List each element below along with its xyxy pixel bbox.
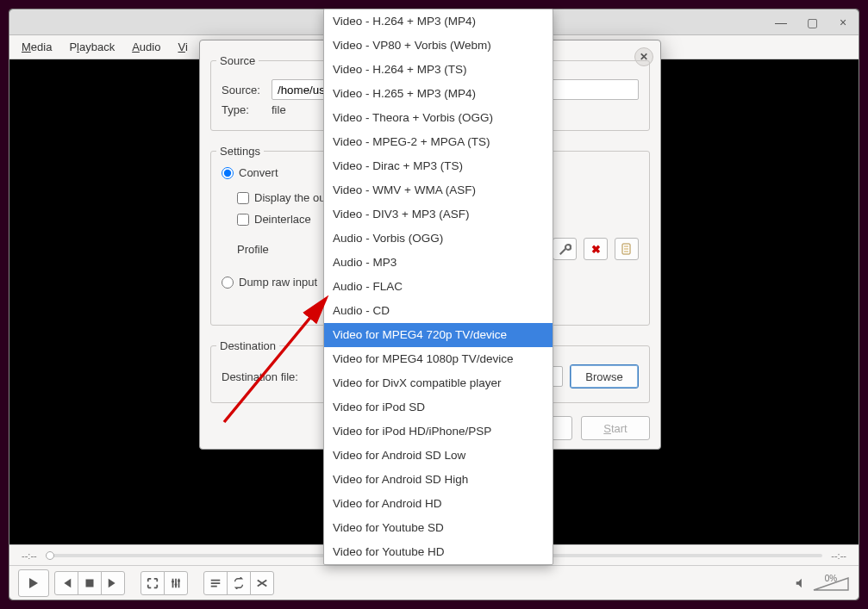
source-label: Source:: [222, 84, 265, 96]
time-elapsed: --:--: [22, 550, 37, 561]
time-remaining: --:--: [831, 550, 846, 561]
profile-delete-button[interactable]: ✖: [584, 238, 608, 260]
playlist-button[interactable]: [203, 571, 228, 595]
profile-option[interactable]: Video - H.264 + MP3 (TS): [324, 58, 553, 82]
profile-option[interactable]: Video for iPod SD: [324, 395, 553, 419]
destination-file-label: Destination file:: [222, 370, 298, 383]
profile-label: Profile: [237, 243, 280, 256]
profile-option[interactable]: Video for Android SD High: [324, 468, 553, 492]
deinterlace-input[interactable]: [237, 214, 249, 226]
profile-option[interactable]: Audio - FLAC: [324, 275, 553, 299]
profile-option[interactable]: Video for MPEG4 720p TV/device: [324, 323, 553, 347]
profile-option[interactable]: Video for DivX compatible player: [324, 371, 553, 395]
svg-point-3: [178, 579, 180, 581]
seek-thumb[interactable]: [46, 551, 54, 560]
display-output-input[interactable]: [237, 192, 249, 204]
profile-option[interactable]: Video for Youtube HD: [324, 540, 553, 564]
fullscreen-button[interactable]: [141, 571, 165, 595]
svg-rect-0: [86, 579, 94, 587]
profile-option[interactable]: Video - DIV3 + MP3 (ASF): [324, 202, 553, 227]
volume-slider[interactable]: [812, 575, 850, 592]
start-button[interactable]: SStarttart: [581, 416, 650, 440]
menu-video[interactable]: Vi: [171, 38, 194, 56]
profile-option[interactable]: Audio - MP3: [324, 251, 553, 275]
destination-legend: Destination: [216, 339, 279, 352]
profile-option[interactable]: Audio - Vorbis (OGG): [324, 227, 553, 251]
maximize-icon[interactable]: ▢: [805, 16, 819, 29]
profile-option[interactable]: Video - H.264 + MP3 (MP4): [324, 9, 553, 34]
settings-legend: Settings: [216, 145, 264, 158]
profile-option[interactable]: Video - Dirac + MP3 (TS): [324, 154, 553, 178]
profile-option[interactable]: Video - Theora + Vorbis (OGG): [324, 106, 553, 130]
profile-option[interactable]: Video - H.265 + MP3 (MP4): [324, 82, 553, 106]
profile-option[interactable]: Video for iPod HD/iPhone/PSP: [324, 419, 553, 444]
profile-option[interactable]: Video for Youtube SD: [324, 516, 553, 540]
browse-button[interactable]: Browse: [570, 364, 639, 388]
type-value: file: [272, 103, 286, 116]
convert-radio-label: Convert: [239, 166, 278, 179]
controlbar: 0%: [9, 565, 859, 600]
dump-raw-input[interactable]: [222, 277, 234, 289]
menu-playback[interactable]: Playback: [62, 38, 122, 56]
shuffle-button[interactable]: [250, 571, 274, 595]
profile-option[interactable]: Video - WMV + WMA (ASF): [324, 178, 553, 202]
next-button[interactable]: [101, 571, 125, 595]
profile-new-button[interactable]: [615, 238, 639, 260]
type-label: Type:: [222, 103, 265, 116]
menu-media[interactable]: Media: [15, 38, 59, 56]
convert-radio-input[interactable]: [222, 167, 234, 179]
stop-button[interactable]: [78, 571, 102, 595]
extended-settings-button[interactable]: [164, 571, 188, 595]
profile-option[interactable]: Video for Android SD Low: [324, 444, 553, 468]
speaker-icon: [795, 577, 807, 589]
profile-option[interactable]: Audio - CD: [324, 299, 553, 323]
loop-button[interactable]: [227, 571, 251, 595]
svg-point-1: [172, 580, 174, 582]
x-red-icon: ✖: [591, 243, 601, 256]
profile-dropdown[interactable]: Video - H.264 + MP3 (MP4)Video - VP80 + …: [323, 9, 553, 565]
prev-button[interactable]: [54, 571, 78, 595]
profile-option[interactable]: Video for MPEG4 1080p TV/device: [324, 347, 553, 371]
profile-option[interactable]: Video - MPEG-2 + MPGA (TS): [324, 130, 553, 154]
svg-point-2: [175, 583, 178, 586]
profile-edit-button[interactable]: [553, 238, 577, 260]
deinterlace-label: Deinterlace: [254, 213, 311, 226]
profile-option[interactable]: Video for Android HD: [324, 492, 553, 516]
window-close-icon[interactable]: ×: [836, 16, 850, 29]
source-legend: Source: [216, 54, 259, 67]
minimize-icon[interactable]: —: [774, 16, 788, 29]
display-output-label: Display the out: [254, 191, 328, 204]
dump-raw-label: Dump raw input: [239, 276, 317, 289]
play-button[interactable]: [18, 569, 49, 597]
profile-option[interactable]: Video - VP80 + Vorbis (Webm): [324, 34, 553, 58]
menu-audio[interactable]: Audio: [125, 38, 167, 56]
wrench-icon: [558, 242, 571, 256]
new-profile-icon: [620, 242, 634, 256]
